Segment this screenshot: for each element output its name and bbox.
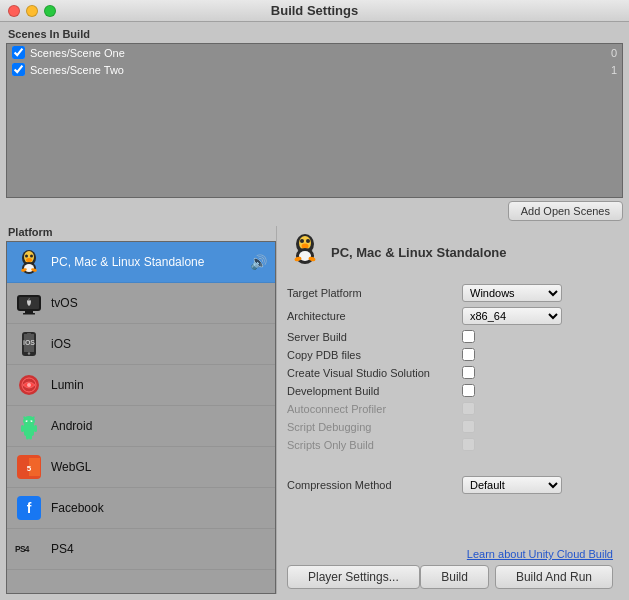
platform-list: PC, Mac & Linux Standalone 🔊: [6, 241, 276, 594]
settings-row-autoconnect: Autoconnect Profiler: [287, 402, 613, 415]
ps4-icon: PS4: [15, 535, 43, 563]
platform-name-android: Android: [51, 419, 92, 433]
platform-item-tvos[interactable]: tvOS: [7, 283, 275, 324]
ios-icon: iOS: [15, 330, 43, 358]
settings-row-scripts-only: Scripts Only Build: [287, 438, 613, 451]
scenes-label: Scenes In Build: [6, 28, 623, 40]
table-row: Scenes/Scene One 0: [7, 44, 622, 61]
select-target-platform[interactable]: Windows Mac OS X Linux: [462, 284, 562, 302]
platform-item-pc[interactable]: PC, Mac & Linux Standalone 🔊: [7, 242, 275, 283]
platform-name-facebook: Facebook: [51, 501, 104, 515]
platform-item-lumin[interactable]: Lumin: [7, 365, 275, 406]
svg-rect-22: [21, 425, 24, 432]
scene-checkbox-0[interactable]: [12, 46, 25, 59]
label-copy-pdb: Copy PDB files: [287, 349, 462, 361]
select-architecture[interactable]: x86 x86_64: [462, 307, 562, 325]
add-open-scenes-button[interactable]: Add Open Scenes: [508, 201, 623, 221]
platform-item-facebook[interactable]: f Facebook: [7, 488, 275, 529]
platform-item-webgl[interactable]: 5 WebGL: [7, 447, 275, 488]
scene-index-0: 0: [611, 47, 617, 59]
label-scripts-only: Scripts Only Build: [287, 439, 462, 451]
svg-point-4: [26, 258, 32, 262]
settings-row-target-platform: Target Platform Windows Mac OS X Linux: [287, 284, 613, 302]
svg-point-3: [30, 255, 33, 258]
platform-name-ps4: PS4: [51, 542, 74, 556]
platform-item-android[interactable]: Android: [7, 406, 275, 447]
pc-linux-icon: [15, 248, 43, 276]
build-and-run-button[interactable]: Build And Run: [495, 565, 613, 589]
lumin-icon: [15, 371, 43, 399]
settings-row-compression: Compression Method Default LZ4 LZ4HC: [287, 476, 613, 494]
checkbox-server-build[interactable]: [462, 330, 475, 343]
svg-rect-11: [25, 311, 33, 313]
checkbox-autoconnect[interactable]: [462, 402, 475, 415]
settings-footer: Learn about Unity Cloud Build Player Set…: [287, 548, 613, 589]
platform-name-lumin: Lumin: [51, 378, 84, 392]
scene-checkbox-1[interactable]: [12, 63, 25, 76]
checkbox-dev-build[interactable]: [462, 384, 475, 397]
label-autoconnect: Autoconnect Profiler: [287, 403, 462, 415]
audio-icon: 🔊: [250, 254, 267, 270]
scenes-footer: Add Open Scenes: [6, 201, 623, 221]
settings-title: PC, Mac & Linux Standalone: [331, 245, 507, 260]
svg-point-15: [28, 352, 30, 354]
svg-text:5: 5: [27, 464, 32, 473]
scenes-section: Scenes In Build Scenes/Scene One 0 Scene…: [6, 28, 623, 221]
checkbox-copy-pdb[interactable]: [462, 348, 475, 361]
scene-name-1: Scenes/Scene Two: [30, 64, 611, 76]
svg-point-36: [306, 239, 310, 243]
svg-rect-16: [27, 333, 31, 334]
svg-rect-23: [34, 425, 37, 432]
minimize-button[interactable]: [26, 5, 38, 17]
settings-header: PC, Mac & Linux Standalone: [287, 231, 613, 274]
checkbox-script-debug[interactable]: [462, 420, 475, 433]
platform-item-ios[interactable]: iOS iOS: [7, 324, 275, 365]
checkbox-scripts-only[interactable]: [462, 438, 475, 451]
scenes-list: Scenes/Scene One 0 Scenes/Scene Two 1: [6, 43, 623, 198]
label-target-platform: Target Platform: [287, 287, 462, 299]
build-button[interactable]: Build: [420, 565, 489, 589]
settings-platform-icon: [287, 231, 323, 274]
platform-label: Platform: [6, 226, 276, 238]
svg-text:PS4: PS4: [15, 545, 30, 555]
facebook-icon-box: f: [17, 496, 41, 520]
platform-item-ps4[interactable]: PS4 PS4: [7, 529, 275, 570]
svg-text:iOS: iOS: [23, 339, 35, 346]
label-compression: Compression Method: [287, 479, 462, 491]
webgl-icon: 5: [15, 453, 43, 481]
action-buttons: Player Settings... Build Build And Run: [287, 565, 613, 589]
settings-row-dev-build: Development Build: [287, 384, 613, 397]
label-create-vs: Create Visual Studio Solution: [287, 367, 462, 379]
player-settings-button[interactable]: Player Settings...: [287, 565, 420, 589]
table-row: Scenes/Scene Two 1: [7, 61, 622, 78]
platform-name-pc: PC, Mac & Linux Standalone: [51, 255, 204, 269]
scene-index-1: 1: [611, 64, 617, 76]
svg-rect-12: [23, 313, 35, 315]
facebook-icon: f: [15, 494, 43, 522]
traffic-lights: [8, 5, 56, 17]
android-icon: [15, 412, 43, 440]
scene-name-0: Scenes/Scene One: [30, 47, 611, 59]
maximize-button[interactable]: [44, 5, 56, 17]
svg-point-2: [25, 255, 28, 258]
window-title: Build Settings: [271, 3, 358, 18]
label-script-debug: Script Debugging: [287, 421, 462, 433]
lower-section: Platform: [6, 226, 623, 594]
select-compression[interactable]: Default LZ4 LZ4HC: [462, 476, 562, 494]
close-button[interactable]: [8, 5, 20, 17]
settings-row-script-debug: Script Debugging: [287, 420, 613, 433]
svg-point-35: [300, 239, 304, 243]
platform-name-webgl: WebGL: [51, 460, 91, 474]
label-dev-build: Development Build: [287, 385, 462, 397]
title-bar: Build Settings: [0, 0, 629, 22]
settings-row-architecture: Architecture x86 x86_64: [287, 307, 613, 325]
settings-row-copy-pdb: Copy PDB files: [287, 348, 613, 361]
settings-panel: PC, Mac & Linux Standalone Target Platfo…: [276, 226, 623, 594]
platform-name-ios: iOS: [51, 337, 71, 351]
checkbox-create-vs[interactable]: [462, 366, 475, 379]
cloud-build-link[interactable]: Learn about Unity Cloud Build: [287, 548, 613, 560]
platform-name-tvos: tvOS: [51, 296, 78, 310]
tvos-icon: [15, 289, 43, 317]
label-architecture: Architecture: [287, 310, 462, 322]
svg-point-20: [27, 383, 31, 387]
